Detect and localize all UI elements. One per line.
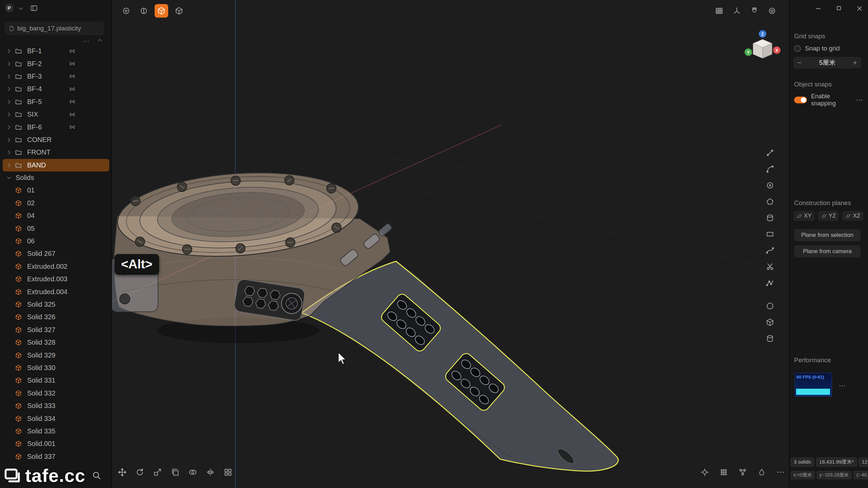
chevron-right-icon[interactable]	[6, 162, 15, 168]
mirror-modifier-icon[interactable]	[69, 111, 75, 118]
grid-size-value[interactable]: 5厘米	[806, 58, 849, 67]
extrude-tool-button[interactable]	[764, 333, 776, 344]
mirror-modifier-icon[interactable]	[69, 86, 75, 92]
mirror-modifier-icon[interactable]	[69, 124, 75, 130]
duplicate-tool-button[interactable]	[167, 465, 182, 479]
app-logo[interactable]: P	[5, 3, 14, 12]
more-tools-button[interactable]: ⋯	[773, 465, 788, 479]
close-button[interactable]	[856, 5, 863, 12]
tree-row[interactable]: Solid 334	[3, 412, 109, 425]
spline-tool-button[interactable]	[764, 245, 776, 256]
precision-snap-icon[interactable]	[697, 465, 712, 479]
tree-row[interactable]: Solids	[3, 171, 109, 184]
file-tab[interactable]: big_bang_17.plasticity	[4, 22, 104, 35]
plane-button[interactable]: XZ	[842, 211, 863, 221]
tree-row[interactable]: Solid 327	[3, 324, 109, 336]
line-tool-button[interactable]	[764, 147, 776, 159]
decrease-grid-button[interactable]: −	[793, 59, 806, 67]
tree-row[interactable]: Solid 331	[3, 374, 109, 387]
grid-toggle-icon[interactable]	[712, 4, 726, 18]
chevron-right-icon[interactable]	[6, 149, 15, 155]
scale-tool-button[interactable]	[150, 465, 165, 479]
chevron-down-icon[interactable]	[6, 175, 15, 181]
center-circle-tool-button[interactable]	[764, 180, 776, 191]
increase-grid-button[interactable]: +	[849, 59, 861, 67]
plane-from-camera-button[interactable]: Plane from camera	[794, 245, 861, 258]
tree-row[interactable]: 01	[3, 184, 109, 197]
tree-row[interactable]: Solid 328	[3, 336, 109, 349]
enable-snapping-toggle[interactable]	[794, 97, 807, 103]
chevron-right-icon[interactable]	[6, 124, 15, 130]
rectangle-tool-button[interactable]	[764, 228, 776, 240]
tree-row[interactable]: BF-2	[3, 57, 109, 70]
chevron-right-icon[interactable]	[6, 74, 15, 79]
mirror-modifier-icon[interactable]	[69, 48, 75, 54]
render-icon[interactable]	[754, 465, 769, 479]
axes-toggle-icon[interactable]	[730, 4, 744, 18]
chevron-right-icon[interactable]	[6, 99, 15, 105]
tree-row[interactable]: Solid 332	[3, 387, 109, 400]
tree-row[interactable]: 05	[3, 222, 109, 235]
polygon-tool-button[interactable]	[764, 196, 776, 207]
trim-tool-button[interactable]	[764, 261, 776, 272]
plane-from-selection-button[interactable]: Plane from selection	[794, 229, 861, 241]
tree-row[interactable]: Extruded.002	[3, 260, 109, 273]
select-edge-button[interactable]	[137, 4, 151, 18]
tree-row[interactable]: BF-5	[3, 96, 109, 108]
tree-row[interactable]: BF-4	[3, 83, 109, 95]
tree-row[interactable]: BF-1	[3, 45, 109, 57]
tree-row[interactable]: Solid.001	[3, 438, 109, 450]
tree-row[interactable]: 02	[3, 197, 109, 209]
maximize-button[interactable]	[835, 5, 842, 12]
sphere-tool-button[interactable]	[764, 300, 776, 312]
select-control-point-button[interactable]	[119, 4, 133, 18]
tree-row[interactable]: Solid 333	[3, 400, 109, 412]
tree-row[interactable]: Solid 329	[3, 349, 109, 361]
chevron-right-icon[interactable]	[6, 48, 15, 54]
tree-row[interactable]: Solid 330	[3, 362, 109, 374]
tree-row[interactable]: 06	[3, 235, 109, 247]
mirror-tool-button[interactable]	[203, 465, 218, 479]
array-tool-button[interactable]	[220, 465, 235, 479]
polyline-tool-button[interactable]	[764, 277, 776, 289]
cylinder-tool-button[interactable]	[764, 212, 776, 224]
chevron-right-icon[interactable]	[6, 86, 15, 92]
collapse-all-icon[interactable]	[97, 37, 103, 45]
tree-row[interactable]: Solid 337	[3, 450, 109, 463]
chevron-right-icon[interactable]	[6, 137, 15, 143]
select-face-button[interactable]	[155, 4, 168, 18]
navigation-cube[interactable]: Z Y X	[744, 30, 781, 64]
instances-icon[interactable]	[735, 465, 750, 479]
snap-to-grid-toggle[interactable]	[794, 45, 801, 52]
chevron-right-icon[interactable]	[6, 111, 15, 117]
snapping-toggle-icon[interactable]	[748, 4, 761, 18]
tree-row[interactable]: Solid 335	[3, 425, 109, 438]
more-options-icon[interactable]: ⋯	[83, 37, 90, 45]
tree-row[interactable]: BAND	[3, 159, 109, 171]
tree-row[interactable]: 04	[3, 209, 109, 222]
mirror-modifier-icon[interactable]	[69, 61, 75, 67]
tree-row[interactable]: BF-6	[3, 121, 109, 133]
move-tool-button[interactable]	[115, 465, 130, 479]
arc-tool-button[interactable]	[764, 163, 776, 175]
tree-row[interactable]: SIX	[3, 108, 109, 121]
rotate-tool-button[interactable]	[132, 465, 147, 479]
tree-row[interactable]: FRONT	[3, 146, 109, 159]
tree-row[interactable]: Solid 325	[3, 298, 109, 311]
xray-toggle-icon[interactable]	[765, 4, 779, 18]
performance-more-button[interactable]: ⋯	[839, 382, 847, 390]
tree-row[interactable]: Extruded.004	[3, 285, 109, 298]
sidebar-toggle-icon[interactable]	[30, 4, 38, 12]
plane-button[interactable]: YZ	[818, 211, 839, 221]
minimize-button[interactable]	[814, 5, 822, 12]
boolean-tool-button[interactable]	[185, 465, 200, 479]
plane-button[interactable]: XY	[793, 211, 815, 221]
tree-row[interactable]: Solid 267	[3, 247, 109, 260]
object-snaps-more-button[interactable]: ⋯	[856, 96, 864, 104]
select-body-button[interactable]	[172, 4, 186, 18]
mirror-modifier-icon[interactable]	[69, 99, 75, 105]
chevron-down-icon[interactable]	[18, 5, 24, 12]
tree-row[interactable]: BF-3	[3, 70, 109, 83]
viewport-3d[interactable]: Z Y X ⋯ <Alt>	[112, 0, 789, 488]
tree-row[interactable]: CONER	[3, 134, 109, 146]
